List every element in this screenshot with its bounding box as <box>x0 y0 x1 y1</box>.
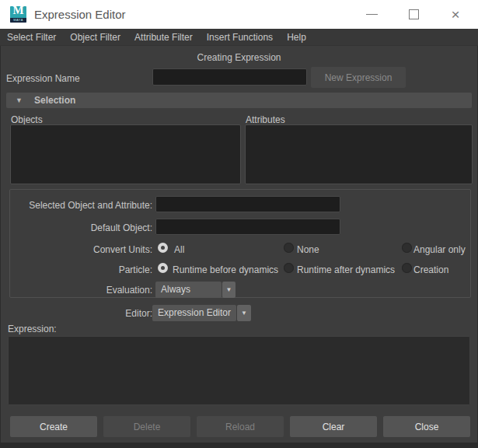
clear-button[interactable]: Clear <box>290 416 377 437</box>
radio-convert-angular-label: Angular only <box>413 244 466 255</box>
expression-label: Expression: <box>8 324 57 334</box>
evaluation-dropdown-arrow-icon[interactable]: ▼ <box>222 282 236 298</box>
maya-logo-letter: M <box>10 6 26 17</box>
status-text: Creating Expression <box>0 52 478 63</box>
new-expression-button[interactable]: New Expression <box>311 67 406 88</box>
radio-convert-all[interactable] <box>158 243 168 253</box>
delete-button[interactable]: Delete <box>103 416 190 437</box>
expression-editor-window: M MAYA Expression Editor × Select Filter… <box>0 0 478 448</box>
convert-units-label: Convert Units: <box>6 244 152 255</box>
radio-particle-runtime-before[interactable] <box>158 263 168 273</box>
close-window-button[interactable]: Close <box>383 416 470 437</box>
maximize-icon <box>409 9 419 19</box>
radio-particle-runtime-after-label: Runtime after dynamics <box>297 264 395 275</box>
window-title: Expression Editor <box>34 8 126 21</box>
radio-particle-runtime-after[interactable] <box>284 263 294 273</box>
radio-convert-none[interactable] <box>284 243 294 253</box>
menu-attribute-filter[interactable]: Attribute Filter <box>127 29 200 46</box>
maximize-button[interactable] <box>393 0 434 29</box>
window-bottom-edge <box>0 443 478 448</box>
menu-help[interactable]: Help <box>280 29 313 46</box>
menu-object-filter[interactable]: Object Filter <box>63 29 127 46</box>
expression-textarea[interactable] <box>8 336 470 405</box>
window-controls: × <box>351 0 476 29</box>
create-button[interactable]: Create <box>10 416 97 437</box>
editor-label: Editor: <box>6 308 152 319</box>
evaluation-label: Evaluation: <box>6 285 152 296</box>
close-icon: × <box>451 7 459 22</box>
attributes-label: Attributes <box>246 114 285 125</box>
editor-dropdown-arrow-icon[interactable]: ▼ <box>237 305 251 321</box>
default-object-label: Default Object: <box>6 222 152 233</box>
minimize-icon <box>366 14 378 15</box>
menu-bar: Select Filter Object Filter Attribute Fi… <box>0 29 478 46</box>
titlebar: M MAYA Expression Editor × <box>0 0 478 29</box>
objects-list[interactable] <box>10 124 241 184</box>
menu-insert-functions[interactable]: Insert Functions <box>200 29 280 46</box>
expression-name-label: Expression Name <box>6 73 80 84</box>
selection-section-header[interactable]: ▼ Selection <box>6 93 472 108</box>
expression-name-input[interactable] <box>152 68 307 86</box>
reload-button[interactable]: Reload <box>197 416 284 437</box>
maya-logo-caption: MAYA <box>10 18 26 23</box>
radio-particle-creation[interactable] <box>402 263 412 273</box>
maya-logo-icon: M MAYA <box>10 6 26 23</box>
radio-particle-creation-label: Creation <box>413 264 448 275</box>
selected-object-attribute-label: Selected Object and Attribute: <box>6 200 152 211</box>
close-button[interactable]: × <box>434 0 476 29</box>
objects-label: Objects <box>11 114 43 125</box>
radio-convert-all-label: All <box>174 244 184 255</box>
evaluation-dropdown[interactable]: Always <box>155 282 222 298</box>
radio-particle-runtime-before-label: Runtime before dynamics <box>173 264 278 275</box>
editor-dropdown[interactable]: Expression Editor <box>152 305 236 321</box>
menu-select-filter[interactable]: Select Filter <box>0 29 63 46</box>
default-object-input[interactable] <box>155 219 340 235</box>
particle-label: Particle: <box>6 264 152 275</box>
radio-convert-angular[interactable] <box>402 243 412 253</box>
collapse-arrow-icon: ▼ <box>16 93 23 108</box>
selected-object-attribute-input[interactable] <box>155 196 340 212</box>
attributes-list[interactable] <box>245 124 473 184</box>
selection-section-title: Selection <box>34 93 75 108</box>
radio-convert-none-label: None <box>297 244 319 255</box>
minimize-button[interactable] <box>351 0 393 29</box>
